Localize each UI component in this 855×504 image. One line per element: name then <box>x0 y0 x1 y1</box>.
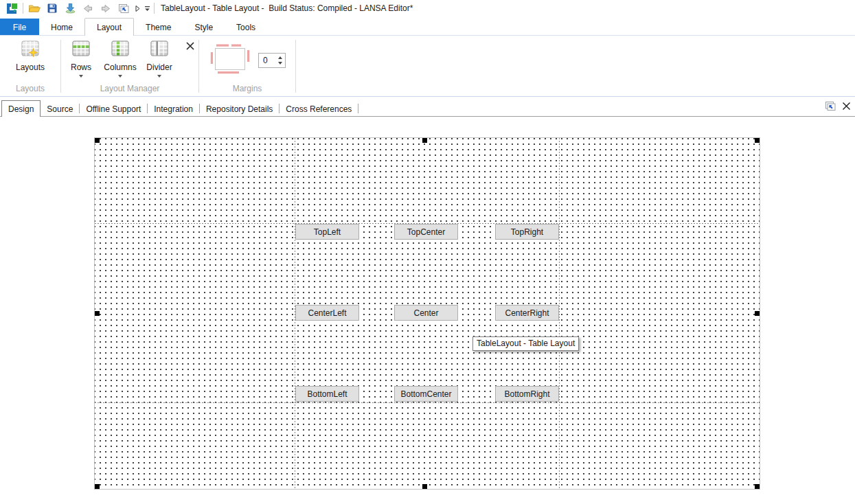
chevron-down-icon <box>157 75 161 78</box>
table-row-divider <box>95 402 760 403</box>
group-label-layouts: Layouts <box>0 84 60 93</box>
ribbon-body: Layouts Layouts Rows <box>0 36 855 97</box>
customize-toolbar-icon[interactable] <box>144 2 150 14</box>
selection-handle-bottom-left[interactable] <box>95 484 100 489</box>
selection-handle-bottom-center[interactable] <box>422 484 427 489</box>
selection-handle-top-left[interactable] <box>95 138 100 143</box>
margins-preview-icon <box>209 43 251 78</box>
button-topcenter[interactable]: TopCenter <box>394 224 458 240</box>
layouts-button-label: Layouts <box>16 62 45 72</box>
close-icon[interactable] <box>842 101 851 113</box>
selection-handle-middle-right[interactable] <box>755 311 760 316</box>
button-bottomleft[interactable]: BottomLeft <box>295 386 359 402</box>
play-icon[interactable] <box>134 2 141 14</box>
ribbon-tab-style[interactable]: Style <box>183 19 225 36</box>
float-window-icon[interactable] <box>824 100 836 114</box>
table-column-divider <box>559 138 560 489</box>
toolbar-separator <box>23 3 23 14</box>
forward-icon[interactable] <box>100 2 112 14</box>
button-bottomcenter[interactable]: BottomCenter <box>394 386 458 402</box>
ribbon-group-layouts: Layouts Layouts <box>0 36 60 96</box>
layouts-button[interactable]: Layouts <box>11 39 49 72</box>
group-separator <box>295 40 296 93</box>
rows-button-label: Rows <box>71 62 91 72</box>
selection-handle-top-right[interactable] <box>755 138 760 143</box>
ribbon-tab-theme[interactable]: Theme <box>134 19 183 36</box>
toolbar-separator <box>154 3 155 14</box>
ribbon-group-margins: 0 Margins <box>199 36 295 96</box>
button-centerleft[interactable]: CenterLeft <box>295 305 359 321</box>
tab-cross-references[interactable]: Cross References <box>280 101 358 117</box>
selection-handle-bottom-right[interactable] <box>755 484 760 489</box>
design-canvas[interactable]: TopLeft TopCenter TopRight CenterLeft Ce… <box>94 137 760 490</box>
table-columns-icon <box>111 39 130 61</box>
tab-integration[interactable]: Integration <box>148 101 199 117</box>
chevron-down-icon <box>118 75 122 78</box>
table-divider-icon <box>150 39 169 61</box>
divider-button-label: Divider <box>146 62 172 72</box>
group-label-layout-manager: Layout Manager <box>61 84 198 93</box>
switch-window-icon[interactable] <box>117 2 130 14</box>
button-center[interactable]: Center <box>394 305 458 321</box>
ribbon-tab-tools[interactable]: Tools <box>225 19 267 36</box>
window-title: TableLayout - Table Layout - Build Statu… <box>161 3 413 13</box>
ribbon-tab-bar: File Home Layout Theme Style Tools <box>0 16 855 36</box>
ribbon-tab-layout[interactable]: Layout <box>84 18 134 36</box>
table-star-icon <box>21 39 40 61</box>
save-icon[interactable] <box>46 2 58 14</box>
ribbon-group-layout-manager: Rows Columns <box>61 36 198 96</box>
button-centerright[interactable]: CenterRight <box>495 305 559 321</box>
tooltip: TableLayout - Table Layout <box>472 336 579 351</box>
tab-source[interactable]: Source <box>41 101 79 117</box>
tab-offline-support[interactable]: Offline Support <box>80 101 147 117</box>
button-bottomright[interactable]: BottomRight <box>495 386 559 402</box>
columns-button[interactable]: Columns <box>102 39 139 78</box>
close-icon[interactable] <box>185 41 195 54</box>
check-in-icon[interactable] <box>64 2 76 14</box>
ribbon-tab-file[interactable]: File <box>0 19 39 36</box>
document-tab-strip: Design Source Offline Support Integratio… <box>0 100 855 117</box>
divider-button[interactable]: Divider <box>143 39 176 78</box>
app-logo-icon[interactable] <box>5 2 18 14</box>
margin-spinner[interactable]: 0 <box>258 53 286 68</box>
tab-repository-details[interactable]: Repository Details <box>200 101 279 117</box>
back-icon[interactable] <box>82 2 94 14</box>
button-topleft[interactable]: TopLeft <box>295 224 359 240</box>
button-topright[interactable]: TopRight <box>495 224 559 240</box>
tab-separator <box>358 104 358 113</box>
columns-button-label: Columns <box>104 62 136 72</box>
chevron-down-icon <box>79 75 83 78</box>
table-rows-icon <box>71 39 91 61</box>
rows-button[interactable]: Rows <box>65 39 98 78</box>
tab-design[interactable]: Design <box>1 100 41 117</box>
selection-handle-top-center[interactable] <box>422 138 427 143</box>
ribbon-tab-home[interactable]: Home <box>39 19 84 36</box>
spinner-up-icon[interactable] <box>278 56 282 59</box>
spinner-down-icon[interactable] <box>278 62 282 65</box>
group-label-margins: Margins <box>199 84 295 93</box>
margin-spinner-value: 0 <box>259 54 275 67</box>
title-bar: TableLayout - Table Layout - Build Statu… <box>0 0 855 16</box>
open-folder-icon[interactable] <box>28 2 41 14</box>
selection-handle-middle-left[interactable] <box>95 311 100 316</box>
